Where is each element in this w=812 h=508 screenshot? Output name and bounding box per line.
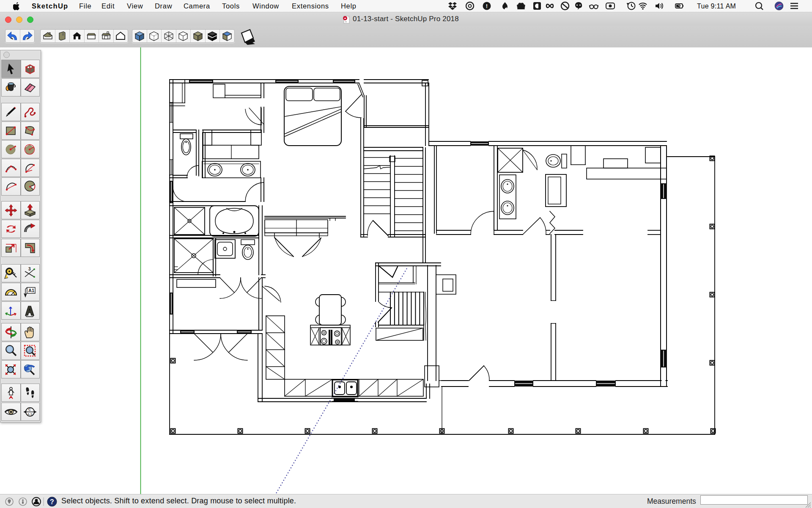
svg-text:C: C <box>28 408 31 411</box>
svg-text:A·S: A·S <box>27 413 33 416</box>
svg-text:?: ? <box>50 498 54 505</box>
svg-text:3: 3 <box>28 267 31 271</box>
svg-text:!: ! <box>486 3 488 9</box>
svg-text:A1: A1 <box>28 288 34 293</box>
